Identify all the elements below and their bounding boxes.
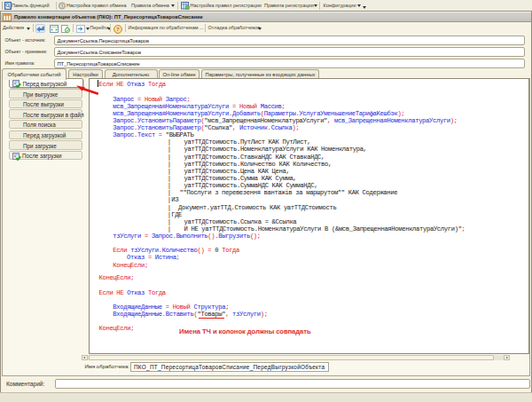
svg-text:?: ? [116,26,119,32]
